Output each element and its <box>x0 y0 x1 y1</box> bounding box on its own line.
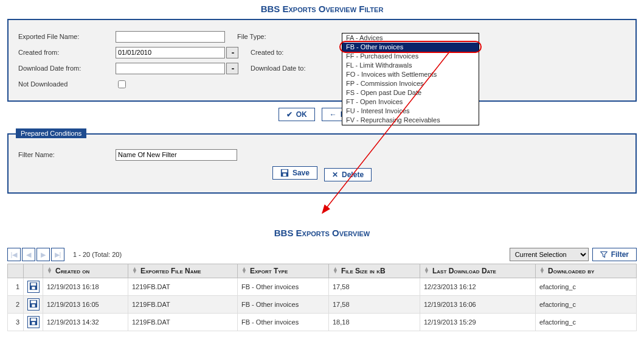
x-icon: ✕ <box>332 170 338 179</box>
download-from-input[interactable] <box>116 63 225 74</box>
cell-downloaded-by: efactoring_c <box>536 296 637 314</box>
sort-icon: ▲▼ <box>132 267 138 273</box>
col-export-type[interactable]: ▲▼Export Type <box>238 264 329 278</box>
ok-label: OK <box>296 110 307 119</box>
sort-icon: ▲▼ <box>241 267 248 273</box>
created-from-calendar-button[interactable]: ••• <box>226 47 238 58</box>
ok-button[interactable]: ✔ OK <box>279 108 315 121</box>
col-export-type-label: Export Type <box>250 267 288 275</box>
cell-export-type: FB - Other invoices <box>238 314 329 331</box>
next-page-button[interactable]: ▶ <box>36 248 50 261</box>
cell-file-size: 18,18 <box>329 314 420 331</box>
download-button[interactable] <box>27 281 40 293</box>
sort-icon: ▲▼ <box>333 267 339 273</box>
first-icon: |◀ <box>11 251 18 259</box>
col-file-size-label: File Size in kB <box>341 267 386 275</box>
cell-last-download: 12/19/2013 16:06 <box>420 296 536 314</box>
disk-icon <box>29 317 38 327</box>
selection-dropdown[interactable]: Current Selection <box>510 248 589 261</box>
prev-icon: ◀ <box>26 251 31 259</box>
file-type-option[interactable]: FU - Interest Invoices <box>342 107 479 116</box>
col-file-size[interactable]: ▲▼File Size in kB <box>329 264 420 278</box>
table-row: 212/19/2013 16:051219FB.DATFB - Other in… <box>8 296 637 314</box>
delete-button[interactable]: ✕ Delete <box>324 168 372 181</box>
col-created-on[interactable]: ▲▼Created on <box>43 264 128 278</box>
check-icon: ✔ <box>286 110 293 119</box>
file-type-option[interactable]: FV - Repurchasing Receivables <box>342 116 479 125</box>
cell-created-on: 12/19/2013 14:32 <box>43 314 128 331</box>
exported-file-name-label: Exported File Name: <box>18 33 116 40</box>
svg-rect-2 <box>283 174 286 176</box>
file-type-option[interactable]: FF - Purchased Invoices <box>342 52 479 61</box>
cell-export-type: FB - Other invoices <box>238 278 329 296</box>
download-to-label: Download Date to: <box>238 65 336 72</box>
file-type-option[interactable]: FB - Other invoices <box>342 43 479 52</box>
file-type-option[interactable]: FS - Open past Due Date <box>342 88 479 97</box>
cell-last-download: 12/23/2013 16:12 <box>420 278 536 296</box>
col-exported-file-name-label: Exported File Name <box>140 267 201 275</box>
file-type-option[interactable]: FA - Advices <box>342 33 479 43</box>
file-type-option[interactable]: FP - Commission Invoices <box>342 79 479 88</box>
col-downloaded-by[interactable]: ▲▼Downloaded by <box>536 264 637 278</box>
col-last-download-label: Last Download Date <box>432 267 496 275</box>
svg-rect-10 <box>31 318 36 321</box>
save-button[interactable]: Save <box>272 166 317 180</box>
col-rownum <box>8 264 24 278</box>
exported-file-name-input[interactable] <box>116 31 225 43</box>
arrow-left-icon: ← <box>330 110 337 119</box>
svg-rect-11 <box>32 322 35 325</box>
exports-table: ▲▼Created on ▲▼Exported File Name ▲▼Expo… <box>7 264 637 331</box>
cell-last-download: 12/19/2013 15:29 <box>420 314 536 331</box>
last-icon: ▶| <box>55 251 61 259</box>
file-type-dropdown-list[interactable]: FA - AdvicesFB - Other invoicesFF - Purc… <box>342 33 479 125</box>
svg-rect-7 <box>31 301 36 303</box>
filter-button[interactable]: Filter <box>592 248 637 261</box>
cell-file-size: 17,58 <box>329 296 420 314</box>
col-created-on-label: Created on <box>55 267 89 275</box>
funnel-icon <box>600 251 608 258</box>
svg-rect-4 <box>31 283 36 286</box>
download-button[interactable] <box>27 316 40 328</box>
sort-icon: ▲▼ <box>424 267 430 273</box>
save-label: Save <box>293 169 310 177</box>
cell-created-on: 12/19/2013 16:05 <box>43 296 128 314</box>
not-downloaded-checkbox[interactable] <box>118 80 126 88</box>
row-number: 1 <box>8 278 24 296</box>
filter-name-input[interactable] <box>116 149 237 161</box>
last-page-button[interactable]: ▶| <box>51 248 64 261</box>
created-from-label: Created from: <box>18 49 116 56</box>
prepared-conditions-legend: Prepared Conditions <box>16 128 86 138</box>
table-row: 312/19/2013 14:321219FB.DATFB - Other in… <box>8 314 637 331</box>
table-row: 112/19/2013 16:181219FB.DATFB - Other in… <box>8 278 637 296</box>
cell-exported-file-name: 1219FB.DAT <box>128 314 238 331</box>
svg-rect-1 <box>282 170 288 172</box>
file-type-label: File Type: <box>237 33 334 40</box>
created-from-input[interactable] <box>116 47 225 58</box>
first-page-button[interactable]: |◀ <box>7 248 21 261</box>
cell-created-on: 12/19/2013 16:18 <box>43 278 128 296</box>
download-from-label: Download Date from: <box>18 65 116 72</box>
not-downloaded-label: Not Downloaded <box>18 80 116 88</box>
cell-downloaded-by: efactoring_c <box>536 278 637 296</box>
file-type-option[interactable]: FL - Limit Withdrawals <box>342 61 479 70</box>
filter-name-label: Filter Name: <box>18 151 116 158</box>
overview-title: BBS Exports Overview <box>0 224 644 243</box>
download-button[interactable] <box>27 298 40 311</box>
row-number: 3 <box>8 314 24 331</box>
col-exported-file-name[interactable]: ▲▼Exported File Name <box>128 264 238 278</box>
file-type-option[interactable]: FO - Invoices with Settlements <box>342 70 479 79</box>
prev-page-button[interactable]: ◀ <box>22 248 35 261</box>
range-text: 1 - 20 (Total: 20) <box>73 251 122 258</box>
svg-rect-5 <box>32 287 35 289</box>
cell-file-size: 17,58 <box>329 278 420 296</box>
filter-title: BBS Exports Overview Filter <box>0 0 644 19</box>
cell-exported-file-name: 1219FB.DAT <box>128 296 238 314</box>
file-type-option[interactable]: FT - Open Invoices <box>342 97 479 107</box>
svg-rect-8 <box>32 304 35 307</box>
disk-icon <box>29 300 38 309</box>
filter-panel: Exported File Name: File Type: Created f… <box>7 19 637 102</box>
delete-label: Delete <box>342 170 364 179</box>
col-last-download[interactable]: ▲▼Last Download Date <box>420 264 536 278</box>
download-from-calendar-button[interactable]: ••• <box>226 63 238 74</box>
next-icon: ▶ <box>41 251 46 259</box>
